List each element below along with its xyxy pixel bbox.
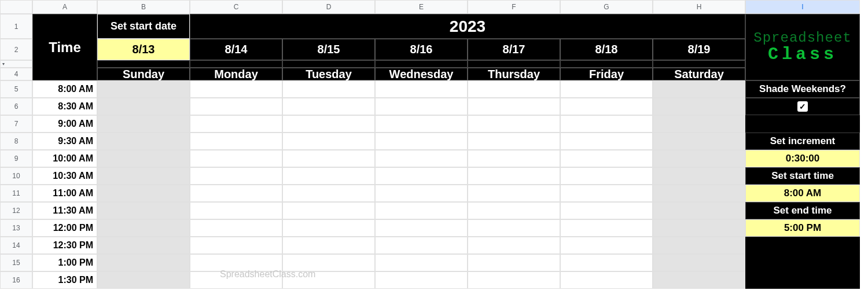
row-header-14[interactable]: 14 [0, 237, 32, 254]
schedule-cell[interactable] [190, 167, 282, 185]
cell-row3[interactable] [375, 60, 468, 68]
schedule-cell[interactable] [97, 237, 190, 254]
schedule-cell[interactable] [97, 80, 190, 98]
column-header-E[interactable]: E [375, 0, 468, 14]
schedule-cell[interactable] [282, 133, 375, 150]
schedule-cell[interactable] [375, 98, 468, 115]
schedule-cell[interactable] [97, 254, 190, 271]
schedule-cell[interactable] [282, 98, 375, 115]
schedule-cell[interactable] [97, 98, 190, 115]
schedule-cell[interactable] [282, 219, 375, 237]
cell-row3[interactable] [97, 60, 190, 68]
schedule-cell[interactable] [560, 271, 653, 289]
cell-row3[interactable] [560, 60, 653, 68]
schedule-cell[interactable] [560, 115, 653, 133]
row-header-13[interactable]: 13 [0, 219, 32, 237]
column-header-D[interactable]: D [282, 0, 375, 14]
schedule-cell[interactable] [375, 80, 468, 98]
schedule-cell[interactable] [653, 115, 745, 133]
schedule-cell[interactable] [560, 237, 653, 254]
schedule-cell[interactable] [653, 254, 745, 271]
schedule-cell[interactable] [375, 133, 468, 150]
schedule-cell[interactable] [282, 167, 375, 185]
schedule-cell[interactable] [560, 167, 653, 185]
row-header-8[interactable]: 8 [0, 133, 32, 150]
cell-row3[interactable] [282, 60, 375, 68]
schedule-cell[interactable] [282, 237, 375, 254]
schedule-cell[interactable] [375, 115, 468, 133]
schedule-cell[interactable] [190, 237, 282, 254]
schedule-cell[interactable] [375, 202, 468, 219]
schedule-cell[interactable] [468, 80, 560, 98]
start-date-input[interactable]: 8/13 [97, 39, 190, 60]
schedule-cell[interactable] [560, 202, 653, 219]
schedule-cell[interactable] [282, 80, 375, 98]
row-header-16[interactable]: 16 [0, 271, 32, 289]
schedule-cell[interactable] [190, 98, 282, 115]
group-expand-down-icon[interactable]: ▾ [2, 61, 5, 67]
schedule-cell[interactable] [375, 254, 468, 271]
checkbox-checked-icon[interactable]: ✓ [797, 101, 808, 112]
schedule-cell[interactable] [653, 167, 745, 185]
schedule-cell[interactable] [468, 271, 560, 289]
schedule-cell[interactable] [468, 133, 560, 150]
schedule-cell[interactable] [468, 115, 560, 133]
schedule-cell[interactable] [97, 167, 190, 185]
schedule-cell[interactable] [653, 185, 745, 202]
schedule-cell[interactable] [468, 237, 560, 254]
schedule-cell[interactable] [190, 202, 282, 219]
schedule-cell[interactable] [97, 115, 190, 133]
schedule-cell[interactable] [97, 271, 190, 289]
schedule-cell[interactable] [468, 150, 560, 167]
schedule-cell[interactable] [97, 133, 190, 150]
schedule-cell[interactable] [190, 219, 282, 237]
row-header-2[interactable]: 2 [0, 39, 32, 60]
schedule-cell[interactable] [560, 133, 653, 150]
schedule-cell[interactable] [653, 271, 745, 289]
row-header-9[interactable]: 9 [0, 150, 32, 167]
row-header-3[interactable]: ▾ [0, 60, 32, 68]
schedule-cell[interactable] [560, 150, 653, 167]
schedule-cell[interactable] [282, 115, 375, 133]
schedule-cell[interactable] [468, 167, 560, 185]
schedule-cell[interactable] [653, 219, 745, 237]
schedule-cell[interactable] [375, 237, 468, 254]
schedule-cell[interactable] [560, 80, 653, 98]
row-header-12[interactable]: 12 [0, 202, 32, 219]
row-header-15[interactable]: 15 [0, 254, 32, 271]
schedule-cell[interactable] [653, 133, 745, 150]
schedule-cell[interactable] [375, 185, 468, 202]
schedule-cell[interactable] [375, 219, 468, 237]
column-header-I[interactable]: I [745, 0, 860, 14]
schedule-cell[interactable] [653, 150, 745, 167]
column-header-G[interactable]: G [560, 0, 653, 14]
cell-row3[interactable] [653, 60, 745, 68]
row-header-5[interactable]: 5 [0, 80, 32, 98]
increment-input[interactable]: 0:30:00 [745, 150, 860, 167]
schedule-cell[interactable] [282, 150, 375, 167]
schedule-cell[interactable] [97, 202, 190, 219]
schedule-cell[interactable] [375, 150, 468, 167]
end-time-input[interactable]: 5:00 PM [745, 219, 860, 237]
schedule-cell[interactable] [282, 185, 375, 202]
schedule-cell[interactable] [97, 185, 190, 202]
schedule-cell[interactable] [560, 185, 653, 202]
shade-weekends-checkbox[interactable]: ✓ [745, 98, 860, 115]
schedule-cell[interactable] [190, 185, 282, 202]
column-header-A[interactable]: A [32, 0, 97, 14]
schedule-cell[interactable] [97, 150, 190, 167]
schedule-cell[interactable] [560, 98, 653, 115]
cell-row3[interactable] [190, 60, 282, 68]
schedule-cell[interactable] [190, 80, 282, 98]
row-header-11[interactable]: 11 [0, 185, 32, 202]
schedule-cell[interactable] [560, 219, 653, 237]
schedule-cell[interactable] [653, 237, 745, 254]
row-header-4[interactable]: 4 [0, 68, 32, 80]
schedule-cell[interactable] [282, 202, 375, 219]
cell-row3[interactable] [468, 60, 560, 68]
schedule-cell[interactable] [468, 98, 560, 115]
schedule-cell[interactable] [375, 271, 468, 289]
schedule-cell[interactable] [560, 254, 653, 271]
column-header-C[interactable]: C [190, 0, 282, 14]
column-header-H[interactable]: H [653, 0, 745, 14]
